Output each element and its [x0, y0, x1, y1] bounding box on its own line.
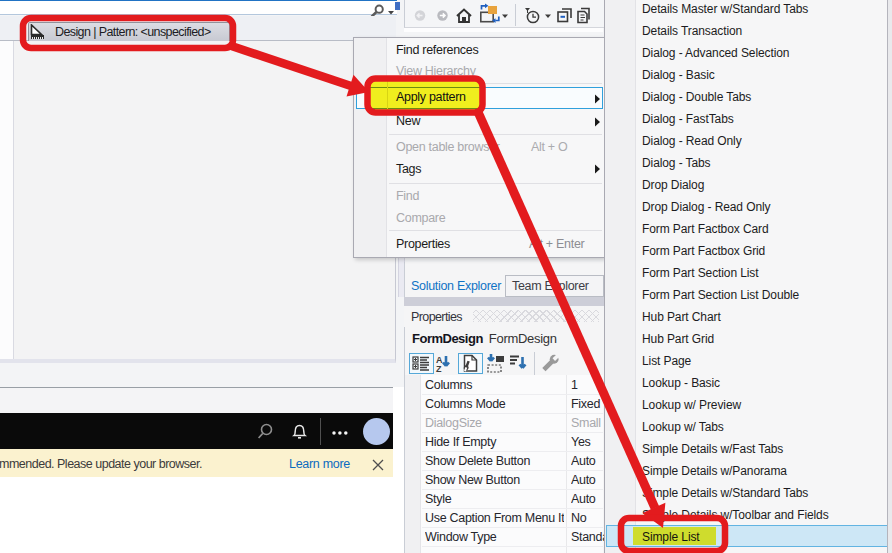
svg-text:Z: Z — [436, 364, 442, 374]
svg-text:A: A — [436, 355, 443, 365]
